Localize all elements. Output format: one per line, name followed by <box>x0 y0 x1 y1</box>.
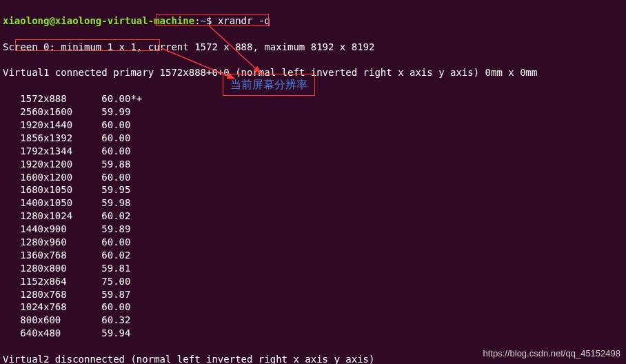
current-resolution: current 1572 x 888 <box>148 41 253 52</box>
mode-line: 640x480 59.94 <box>3 327 623 340</box>
mode-line: 1280x1024 60.02 <box>3 210 623 223</box>
prompt-user-host: xiaolong@xiaolong-virtual-machine <box>3 15 194 26</box>
prompt-line: xiaolong@xiaolong-virtual-machine:~$ xra… <box>3 14 623 28</box>
mode-line: 1400x1050 59.98 <box>3 196 623 210</box>
terminal-area[interactable]: xiaolong@xiaolong-virtual-machine:~$ xra… <box>0 0 626 364</box>
virtual1-line: Virtual1 connected primary 1572x888+0+0 … <box>3 66 623 79</box>
mode-line: 1856x1392 60.00 <box>3 132 623 145</box>
mode-line: 1360x768 60.02 <box>3 249 623 262</box>
command-text: xrandr -q <box>218 15 270 26</box>
mode-line: 1920x1200 59.88 <box>3 158 623 171</box>
mode-line: 1280x768 59.87 <box>3 288 623 301</box>
mode-line: 1792x1344 60.00 <box>3 145 623 158</box>
mode-line: 800x600 60.32 <box>3 314 623 327</box>
mode-line: 1024x768 60.00 <box>3 301 623 314</box>
watermark: https://blog.csdn.net/qq_45152498 <box>483 347 621 360</box>
mode-line: 1600x1200 60.00 <box>3 171 623 184</box>
mode-line: 2560x1600 59.99 <box>3 105 623 119</box>
modes-list: 1572x888 60.00*+ 2560x1600 59.99 1920x14… <box>3 92 623 340</box>
screen-info-line: Screen 0: minimum 1 x 1, current 1572 x … <box>3 41 623 54</box>
mode-line: 1280x960 60.00 <box>3 236 623 249</box>
mode-line: 1680x1050 59.95 <box>3 183 623 196</box>
mode-line: 1152x864 75.00 <box>3 275 623 288</box>
mode-line: 1440x900 59.89 <box>3 223 623 236</box>
mode-line: 1920x1440 60.00 <box>3 119 623 132</box>
mode-line: 1572x888 60.00*+ <box>3 92 623 105</box>
mode-line: 1280x800 59.81 <box>3 262 623 275</box>
prompt-path: ~ <box>201 15 206 26</box>
